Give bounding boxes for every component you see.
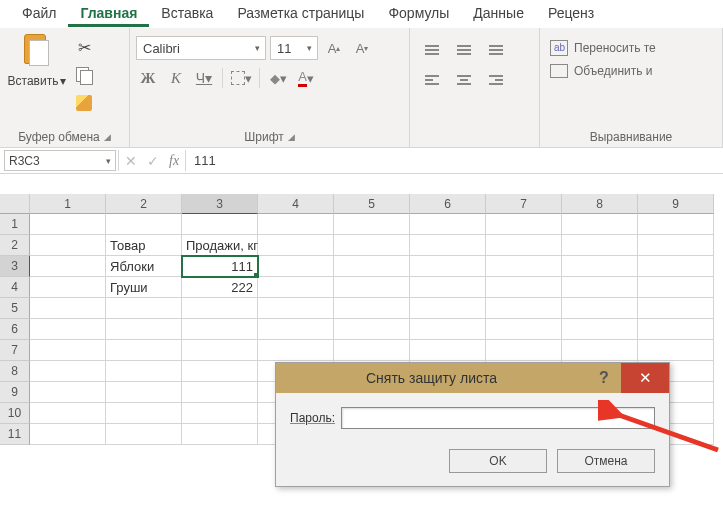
password-input[interactable] xyxy=(341,407,655,429)
cell[interactable] xyxy=(410,277,486,298)
cell[interactable] xyxy=(30,298,106,319)
cell[interactable] xyxy=(638,214,714,235)
wrap-text-button[interactable]: ab Переносить те xyxy=(548,36,714,60)
cell[interactable] xyxy=(182,298,258,319)
row-header[interactable]: 2 xyxy=(0,235,30,256)
col-header[interactable]: 4 xyxy=(258,194,334,214)
cell[interactable] xyxy=(30,340,106,361)
cell[interactable] xyxy=(562,256,638,277)
cell[interactable] xyxy=(182,214,258,235)
cell[interactable] xyxy=(334,256,410,277)
ok-button[interactable]: OK xyxy=(449,449,547,473)
cell[interactable] xyxy=(30,277,106,298)
cell[interactable] xyxy=(334,277,410,298)
borders-button[interactable]: ▾ xyxy=(229,66,253,90)
merge-button[interactable]: Объединить и xyxy=(548,60,714,82)
row-header[interactable]: 5 xyxy=(0,298,30,319)
name-box[interactable]: R3C3▾ xyxy=(4,150,116,171)
cell[interactable] xyxy=(258,214,334,235)
cell[interactable] xyxy=(334,235,410,256)
font-size-combo[interactable]: 11▾ xyxy=(270,36,318,60)
cell[interactable] xyxy=(30,424,106,445)
tab-review[interactable]: Реценз xyxy=(536,1,606,27)
cell[interactable] xyxy=(486,256,562,277)
align-right-button[interactable] xyxy=(484,68,508,92)
align-center-button[interactable] xyxy=(452,68,476,92)
row-header[interactable]: 7 xyxy=(0,340,30,361)
cell[interactable] xyxy=(638,256,714,277)
row-header[interactable]: 1 xyxy=(0,214,30,235)
cell[interactable] xyxy=(106,382,182,403)
row-header[interactable]: 10 xyxy=(0,403,30,424)
cell[interactable] xyxy=(486,235,562,256)
grow-font-button[interactable]: A▴ xyxy=(322,36,346,60)
row-header[interactable]: 11 xyxy=(0,424,30,445)
col-header[interactable]: 1 xyxy=(30,194,106,214)
col-header[interactable]: 7 xyxy=(486,194,562,214)
tab-home[interactable]: Главная xyxy=(68,1,149,27)
dialog-launcher-icon[interactable]: ◢ xyxy=(288,132,295,142)
fx-button[interactable]: fx xyxy=(169,153,179,169)
col-header[interactable]: 8 xyxy=(562,194,638,214)
paste-button[interactable]: Вставить▾ xyxy=(6,32,68,128)
cell[interactable] xyxy=(638,277,714,298)
cell[interactable] xyxy=(562,277,638,298)
bold-button[interactable]: Ж xyxy=(136,66,160,90)
cell[interactable] xyxy=(486,340,562,361)
row-header[interactable]: 9 xyxy=(0,382,30,403)
cell[interactable] xyxy=(486,277,562,298)
cell[interactable] xyxy=(106,319,182,340)
enter-formula-button[interactable]: ✓ xyxy=(147,153,159,169)
dialog-launcher-icon[interactable]: ◢ xyxy=(104,132,111,142)
cell[interactable] xyxy=(182,361,258,382)
cell[interactable]: Продажи, кг xyxy=(182,235,258,256)
dialog-close-button[interactable]: ✕ xyxy=(621,363,669,393)
cell[interactable]: Товар xyxy=(106,235,182,256)
cell[interactable] xyxy=(410,319,486,340)
tab-data[interactable]: Данные xyxy=(461,1,536,27)
underline-button[interactable]: Ч▾ xyxy=(192,66,216,90)
col-header[interactable]: 9 xyxy=(638,194,714,214)
format-painter-button[interactable] xyxy=(72,92,96,114)
cell[interactable] xyxy=(410,298,486,319)
fill-color-button[interactable]: ◆▾ xyxy=(266,66,290,90)
cell[interactable] xyxy=(30,361,106,382)
cancel-formula-button[interactable]: ✕ xyxy=(125,153,137,169)
col-header[interactable]: 3 xyxy=(182,194,258,214)
select-all-corner[interactable] xyxy=(0,194,30,214)
cell[interactable] xyxy=(562,235,638,256)
tab-file[interactable]: Файл xyxy=(10,1,68,27)
font-name-combo[interactable]: Calibri▾ xyxy=(136,36,266,60)
cell[interactable] xyxy=(106,298,182,319)
cell[interactable] xyxy=(410,340,486,361)
shrink-font-button[interactable]: A▾ xyxy=(350,36,374,60)
dialog-titlebar[interactable]: Снять защиту листа ? ✕ xyxy=(276,363,669,393)
cell[interactable] xyxy=(30,235,106,256)
tab-page-layout[interactable]: Разметка страницы xyxy=(225,1,376,27)
cell[interactable] xyxy=(106,214,182,235)
cell[interactable] xyxy=(182,340,258,361)
row-header[interactable]: 3 xyxy=(0,256,30,277)
cell[interactable] xyxy=(638,298,714,319)
cell[interactable] xyxy=(106,424,182,445)
col-header[interactable]: 2 xyxy=(106,194,182,214)
cell[interactable]: 222 xyxy=(182,277,258,298)
cell[interactable] xyxy=(638,319,714,340)
cell[interactable] xyxy=(334,340,410,361)
formula-input[interactable]: 111 xyxy=(186,148,723,173)
copy-button[interactable] xyxy=(72,64,96,86)
cell[interactable] xyxy=(258,256,334,277)
cell[interactable] xyxy=(258,277,334,298)
cell[interactable] xyxy=(30,214,106,235)
cell[interactable] xyxy=(562,319,638,340)
cell[interactable] xyxy=(182,403,258,424)
cell[interactable] xyxy=(562,340,638,361)
cell[interactable] xyxy=(30,403,106,424)
cell[interactable] xyxy=(30,256,106,277)
cell[interactable] xyxy=(562,298,638,319)
cell[interactable] xyxy=(182,319,258,340)
align-top-button[interactable] xyxy=(420,38,444,62)
dialog-help-button[interactable]: ? xyxy=(587,369,621,387)
cell[interactable] xyxy=(562,214,638,235)
cell[interactable] xyxy=(106,361,182,382)
